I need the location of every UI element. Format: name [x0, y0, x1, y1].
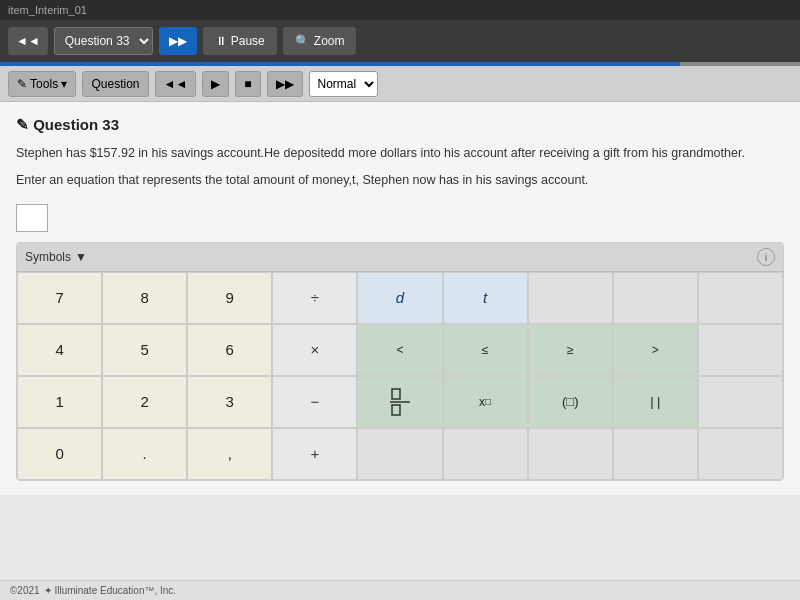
keyboard-header: Symbols ▼ i	[17, 243, 783, 272]
key-divide[interactable]: ÷	[272, 272, 357, 324]
key-multiply[interactable]: ×	[272, 324, 357, 376]
key-t[interactable]: t	[443, 272, 528, 324]
key-6[interactable]: 6	[187, 324, 272, 376]
key-2[interactable]: 2	[102, 376, 187, 428]
key-8[interactable]: 8	[102, 272, 187, 324]
key-parentheses[interactable]: (□)	[528, 376, 613, 428]
next-button[interactable]: ▶▶	[159, 27, 197, 55]
key-9[interactable]: 9	[187, 272, 272, 324]
info-icon[interactable]: i	[757, 248, 775, 266]
toolbar-forward-button[interactable]: ▶▶	[267, 71, 303, 97]
zoom-button[interactable]: 🔍 Zoom	[283, 27, 357, 55]
key-3[interactable]: 3	[187, 376, 272, 428]
key-empty-r4c9	[698, 428, 783, 480]
key-4[interactable]: 4	[17, 324, 102, 376]
pause-label: Pause	[231, 34, 265, 48]
top-bar: item_Interim_01	[0, 0, 800, 20]
symbols-label: Symbols	[25, 250, 71, 264]
toolbar-stop-button[interactable]: ■	[235, 71, 260, 97]
key-abs-value[interactable]: | |	[613, 376, 698, 428]
prev-button[interactable]: ◄◄	[8, 27, 48, 55]
main-content: ✎ Question 33 Stephen has $157.92 in his…	[0, 102, 800, 495]
copyright: ©2021	[10, 585, 40, 596]
question-select[interactable]: Question 33	[54, 27, 153, 55]
key-empty-r1c7	[528, 272, 613, 324]
key-decimal[interactable]: .	[102, 428, 187, 480]
question-button[interactable]: Question	[82, 71, 148, 97]
toolbar-rewind-button[interactable]: ◄◄	[155, 71, 197, 97]
key-empty-r4c8	[613, 428, 698, 480]
answer-input-box[interactable]	[16, 204, 48, 232]
key-7[interactable]: 7	[17, 272, 102, 324]
key-minus[interactable]: −	[272, 376, 357, 428]
svg-rect-2	[392, 405, 400, 415]
footer: ©2021 ✦ Illuminate Education™, Inc.	[0, 580, 800, 600]
key-0[interactable]: 0	[17, 428, 102, 480]
key-1[interactable]: 1	[17, 376, 102, 428]
key-empty-r1c8	[613, 272, 698, 324]
symbols-dropdown[interactable]: Symbols ▼	[25, 250, 87, 264]
key-plus[interactable]: +	[272, 428, 357, 480]
math-keyboard: Symbols ▼ i 7 8 9 ÷ d t 4 5 6 × < ≤ ≥	[16, 242, 784, 481]
app-title: item_Interim_01	[8, 4, 87, 16]
keyboard-grid: 7 8 9 ÷ d t 4 5 6 × < ≤ ≥ > 1 2 3 −	[17, 272, 783, 480]
key-greater-than[interactable]: >	[613, 324, 698, 376]
instruction-text: Enter an equation that represents the to…	[16, 171, 784, 190]
key-empty-r3c9	[698, 376, 783, 428]
zoom-icon: 🔍	[295, 34, 310, 48]
svg-rect-0	[392, 389, 400, 399]
key-empty-r4c6	[443, 428, 528, 480]
key-comma[interactable]: ,	[187, 428, 272, 480]
question-text: Stephen has $157.92 in his savings accou…	[16, 144, 784, 163]
toolbar: ✎ Tools ▾ Question ◄◄ ▶ ■ ▶▶ Normal Slow…	[0, 66, 800, 102]
key-exponent[interactable]: x□	[443, 376, 528, 428]
key-empty-r4c7	[528, 428, 613, 480]
pause-icon: ⏸	[215, 34, 227, 48]
pause-button[interactable]: ⏸ Pause	[203, 27, 277, 55]
key-empty-r2c9	[698, 324, 783, 376]
key-greater-equal[interactable]: ≥	[528, 324, 613, 376]
brand-name: ✦ Illuminate Education™, Inc.	[44, 585, 177, 596]
key-5[interactable]: 5	[102, 324, 187, 376]
key-less-than[interactable]: <	[357, 324, 442, 376]
zoom-label: Zoom	[314, 34, 345, 48]
key-d[interactable]: d	[357, 272, 442, 324]
speed-select[interactable]: Normal Slow Fast	[309, 71, 378, 97]
tools-button[interactable]: ✎ Tools ▾	[8, 71, 76, 97]
key-empty-r1c9	[698, 272, 783, 324]
key-less-equal[interactable]: ≤	[443, 324, 528, 376]
question-title: ✎ Question 33	[16, 116, 784, 134]
nav-bar: ◄◄ Question 33 ▶▶ ⏸ Pause 🔍 Zoom	[0, 20, 800, 62]
toolbar-play-button[interactable]: ▶	[202, 71, 229, 97]
key-fraction[interactable]	[357, 376, 442, 428]
chevron-down-icon: ▼	[75, 250, 87, 264]
key-empty-r4c5	[357, 428, 442, 480]
